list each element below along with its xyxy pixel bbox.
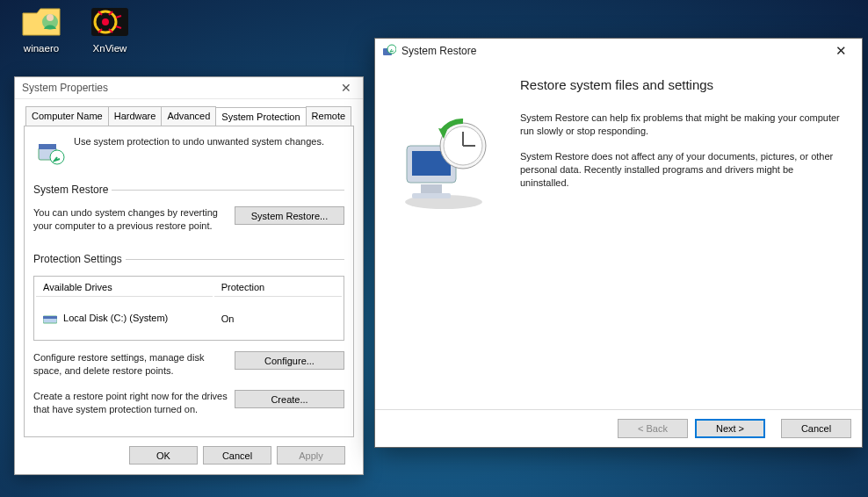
drives-header-drive: Available Drives [36, 278, 213, 297]
create-button[interactable]: Create... [235, 390, 344, 408]
system-restore-wizard-window: System Restore ✕ Restore system files an… [374, 38, 863, 448]
xnview-icon [90, 3, 130, 40]
close-icon[interactable]: ✕ [333, 77, 359, 99]
svg-rect-9 [43, 316, 57, 319]
window-titlebar[interactable]: System Properties ✕ [15, 77, 363, 99]
svg-point-1 [47, 14, 54, 21]
create-desc: Create a restore point right now for the… [33, 390, 228, 416]
drive-name: Local Disk (C:) (System) [63, 313, 168, 323]
tab-hardware[interactable]: Hardware [108, 106, 163, 126]
wizard-side-graphic [375, 63, 511, 409]
wizard-paragraph: System Restore can help fix problems tha… [520, 112, 844, 138]
system-properties-window: System Properties ✕ Computer Name Hardwa… [14, 76, 364, 475]
window-titlebar[interactable]: System Restore ✕ [375, 39, 862, 63]
table-row[interactable]: Local Disk (C:) (System) On [36, 299, 342, 338]
shield-icon [33, 135, 67, 167]
cancel-button[interactable]: Cancel [203, 446, 271, 465]
configure-desc: Configure restore settings, manage disk … [33, 351, 228, 378]
restore-desc: You can undo system changes by reverting… [33, 206, 228, 233]
drives-table[interactable]: Available Drives Protection Local Disk (… [33, 276, 344, 341]
window-title: System Restore [401, 39, 476, 63]
back-button[interactable]: < Back [618, 419, 688, 438]
ok-button[interactable]: OK [129, 446, 198, 465]
desktop-icon-label: winaero [11, 43, 72, 54]
svg-rect-16 [412, 193, 451, 198]
system-restore-button[interactable]: System Restore... [235, 206, 344, 225]
drive-protection: On [214, 299, 342, 338]
tab-computer-name[interactable]: Computer Name [25, 106, 109, 126]
desktop-icon-winaero[interactable]: winaero [11, 3, 72, 54]
section-title-protection: Protection Settings [33, 253, 126, 265]
desktop-icon-xnview[interactable]: XnView [79, 3, 141, 54]
svg-point-4 [102, 18, 109, 25]
cancel-button[interactable]: Cancel [781, 419, 851, 438]
drive-icon [43, 313, 57, 324]
tab-remote[interactable]: Remote [306, 106, 352, 126]
restore-icon [382, 44, 396, 58]
tab-panel-system-protection: Use system protection to undo unwanted s… [24, 126, 354, 437]
desktop-icon-label: XnView [79, 43, 141, 54]
tabs: Computer Name Hardware Advanced System P… [24, 106, 354, 126]
section-title-restore: System Restore [33, 184, 112, 196]
wizard-heading: Restore system files and settings [520, 77, 844, 92]
apply-button[interactable]: Apply [277, 446, 345, 465]
close-icon[interactable]: ✕ [825, 39, 857, 63]
folder-icon [21, 3, 61, 40]
tab-advanced[interactable]: Advanced [161, 106, 216, 126]
tab-system-protection[interactable]: System Protection [215, 107, 306, 126]
drives-header-protection: Protection [214, 278, 342, 297]
wizard-paragraph: System Restore does not affect any of yo… [520, 150, 844, 190]
svg-rect-15 [421, 184, 442, 193]
window-title: System Properties [22, 82, 108, 94]
configure-button[interactable]: Configure... [235, 351, 344, 370]
intro-text: Use system protection to undo unwanted s… [74, 135, 324, 148]
svg-rect-6 [39, 144, 56, 149]
next-button[interactable]: Next > [695, 419, 765, 438]
